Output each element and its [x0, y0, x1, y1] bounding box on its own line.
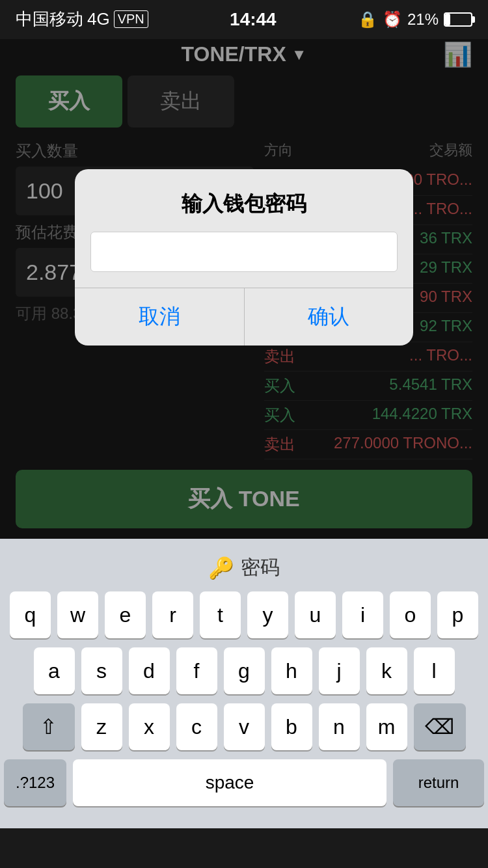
space-key[interactable]: space [73, 759, 386, 806]
key-h[interactable]: h [271, 647, 312, 694]
key-v[interactable]: v [224, 703, 265, 750]
dialog-input-wrap [75, 232, 413, 288]
key-i[interactable]: i [342, 591, 383, 638]
key-y[interactable]: y [247, 591, 288, 638]
key-f[interactable]: f [176, 647, 217, 694]
key-e[interactable]: e [105, 591, 146, 638]
key-d[interactable]: d [129, 647, 170, 694]
key-q[interactable]: q [10, 591, 51, 638]
numbers-key[interactable]: .?123 [4, 759, 66, 806]
battery-percent: 21% [407, 10, 439, 29]
key-o[interactable]: o [390, 591, 431, 638]
key-r[interactable]: r [152, 591, 193, 638]
key-w[interactable]: w [57, 591, 98, 638]
key-p[interactable]: p [437, 591, 478, 638]
key-l[interactable]: l [414, 647, 455, 694]
dialog-overlay: 输入钱包密码 取消 确认 [0, 39, 488, 539]
battery-icon [444, 12, 472, 27]
key-b[interactable]: b [271, 703, 312, 750]
key-k[interactable]: k [366, 647, 407, 694]
delete-key[interactable]: ⌫ [414, 703, 466, 750]
keyboard-hint-text: 密码 [241, 554, 280, 581]
carrier: 中国移动 [16, 8, 83, 31]
key-c[interactable]: c [176, 703, 217, 750]
keyboard-row-4: .?123 space return [0, 759, 488, 806]
password-input[interactable] [90, 232, 398, 272]
cancel-button[interactable]: 取消 [75, 288, 245, 346]
confirm-button[interactable]: 确认 [245, 288, 414, 346]
network-type: 4G [87, 9, 110, 29]
key-s[interactable]: s [81, 647, 122, 694]
dialog-title: 输入钱包密码 [75, 169, 413, 232]
return-key[interactable]: return [393, 759, 484, 806]
key-g[interactable]: g [224, 647, 265, 694]
keyboard-row-1: q w e r t y u i o p [0, 591, 488, 638]
shift-key[interactable]: ⇧ [23, 703, 75, 750]
key-icon: 🔑 [208, 556, 234, 580]
dialog-buttons: 取消 确认 [75, 288, 413, 346]
key-x[interactable]: x [129, 703, 170, 750]
key-t[interactable]: t [200, 591, 241, 638]
keyboard-hint: 🔑 密码 [0, 545, 488, 591]
status-time: 14:44 [230, 9, 277, 30]
key-m[interactable]: m [366, 703, 407, 750]
status-bar: 中国移动 4G VPN 14:44 🔒 ⏰ 21% [0, 0, 488, 36]
vpn-indicator: VPN [114, 10, 148, 28]
keyboard-row-2: a s d f g h j k l [0, 647, 488, 694]
alarm-icon: ⏰ [383, 10, 402, 29]
status-right: 🔒 ⏰ 21% [358, 10, 472, 29]
key-j[interactable]: j [319, 647, 360, 694]
lock-icon: 🔒 [358, 10, 377, 29]
keyboard-row-3: ⇧ z x c v b n m ⌫ [0, 703, 488, 750]
key-a[interactable]: a [34, 647, 75, 694]
password-dialog: 输入钱包密码 取消 确认 [75, 169, 413, 346]
status-left: 中国移动 4G VPN [16, 8, 148, 31]
keyboard-area: 🔑 密码 q w e r t y u i o p a s d f g h j k… [0, 539, 488, 828]
key-z[interactable]: z [81, 703, 122, 750]
key-n[interactable]: n [319, 703, 360, 750]
key-u[interactable]: u [295, 591, 336, 638]
